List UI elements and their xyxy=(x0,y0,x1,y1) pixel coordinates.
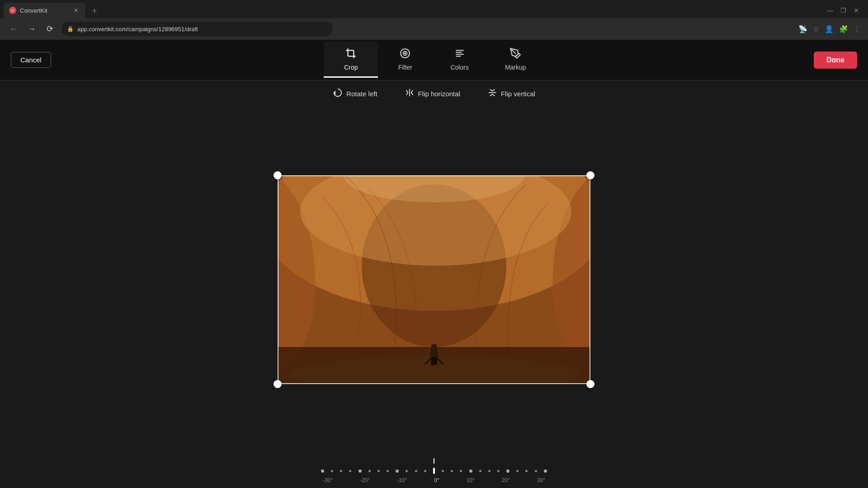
rotate-left-label: Rotate left xyxy=(346,90,377,98)
slider-dot-1 xyxy=(331,470,333,472)
slider-dot-pos10 xyxy=(469,469,472,473)
window-controls: — ❐ ✕ xyxy=(827,7,864,14)
flip-horizontal-button[interactable]: Flip horizontal xyxy=(405,88,460,100)
tab-crop[interactable]: Crop xyxy=(324,42,378,78)
label-pos10: 10° xyxy=(467,477,475,483)
label-neg10: -10° xyxy=(397,477,407,483)
slider-dot-17 xyxy=(479,470,481,472)
slider-dot-6 xyxy=(377,470,380,472)
tab-title: ConvertKit xyxy=(20,7,69,14)
tab-colors[interactable]: Colors xyxy=(432,42,486,78)
label-pos30: 30° xyxy=(537,477,545,483)
slider-dot-15 xyxy=(460,470,462,472)
slider-dot-3 xyxy=(349,470,351,472)
colors-icon xyxy=(454,47,466,61)
cancel-button[interactable]: Cancel xyxy=(11,52,51,68)
flip-vertical-button[interactable]: Flip vertical xyxy=(487,88,535,100)
bookmark-icon[interactable]: ☆ xyxy=(813,25,819,33)
address-bar[interactable]: 🔒 app.convertkit.com/campaigns/12896951/… xyxy=(61,22,333,36)
svg-point-16 xyxy=(431,346,437,352)
slider-dot-13 xyxy=(442,470,444,472)
tab-markup-label: Markup xyxy=(505,64,526,71)
slider-dot-19 xyxy=(497,470,500,472)
crop-handle-top-right[interactable] xyxy=(586,171,594,179)
main-toolbar: Cancel Crop xyxy=(0,40,868,80)
slider-dot-9 xyxy=(406,470,408,472)
crop-handle-top-left[interactable] xyxy=(274,171,282,179)
image-area: -30° -20° -10° 0° 10° 20° 30° xyxy=(0,107,868,488)
new-tab-button[interactable]: ＋ xyxy=(87,5,102,16)
extensions-icon[interactable]: 🧩 xyxy=(839,25,848,33)
image-wrapper[interactable] xyxy=(278,175,590,384)
address-bar-row: ← → ⟳ 🔒 app.convertkit.com/campaigns/128… xyxy=(0,18,868,40)
flip-vertical-icon xyxy=(487,88,497,100)
slider-dot-23 xyxy=(535,470,537,472)
tab-bar: C ConvertKit ✕ ＋ — ❐ ✕ xyxy=(0,0,868,18)
tab-filter-label: Filter xyxy=(398,64,412,71)
label-zero: 0° xyxy=(434,477,439,483)
tab-favicon: C xyxy=(9,7,16,14)
slider-dot-22 xyxy=(525,470,528,472)
svg-rect-15 xyxy=(431,352,437,365)
slider-dot-neg10 xyxy=(396,469,399,473)
slider-dot-18 xyxy=(488,470,491,472)
label-pos20: 20° xyxy=(502,477,510,483)
profile-icon[interactable]: 👤 xyxy=(825,25,834,33)
restore-button[interactable]: ❐ xyxy=(840,7,846,14)
tab-colors-label: Colors xyxy=(450,64,468,71)
crop-icon xyxy=(345,47,357,61)
browser-chrome: C ConvertKit ✕ ＋ — ❐ ✕ ← → ⟳ 🔒 app.conve… xyxy=(0,0,868,40)
slider-dot-neg20 xyxy=(359,469,362,473)
canyon-svg xyxy=(278,175,590,384)
slider-dot-5 xyxy=(368,470,371,472)
sub-toolbar: Rotate left Flip horizontal Flip verti xyxy=(0,80,868,107)
slider-dot-zero xyxy=(433,468,435,474)
lock-icon: 🔒 xyxy=(67,26,74,32)
svg-point-4 xyxy=(405,53,406,54)
slider-labels: -30° -20° -10° 0° 10° 20° 30° xyxy=(321,477,547,483)
tool-tabs: Crop Filter xyxy=(324,42,544,78)
menu-icon[interactable]: ⋮ xyxy=(854,25,861,33)
slider-dot-14 xyxy=(451,470,453,472)
slider-dots xyxy=(321,468,547,474)
label-neg20: -20° xyxy=(360,477,370,483)
cursor-position xyxy=(92,186,96,190)
slider-dot-11 xyxy=(424,470,426,472)
slider-dot-2 xyxy=(340,470,342,472)
slider-dot-neg30 xyxy=(321,469,324,473)
slider-dot-10 xyxy=(415,470,417,472)
label-neg30: -30° xyxy=(323,477,333,483)
slider-dot-pos30 xyxy=(544,469,547,473)
tab-crop-label: Crop xyxy=(344,64,358,71)
crop-handle-bottom-right[interactable] xyxy=(586,380,594,388)
rotate-left-button[interactable]: Rotate left xyxy=(333,88,377,100)
flip-horizontal-icon xyxy=(405,88,415,100)
app-content: Cancel Crop xyxy=(0,40,868,488)
forward-button[interactable]: → xyxy=(25,24,38,34)
tab-markup[interactable]: Markup xyxy=(487,42,544,78)
tab-close-button[interactable]: ✕ xyxy=(72,7,80,14)
flip-vertical-label: Flip vertical xyxy=(501,90,535,98)
browser-tab[interactable]: C ConvertKit ✕ xyxy=(4,3,85,18)
slider-track-container[interactable] xyxy=(321,466,547,475)
cast-icon: 📡 xyxy=(798,25,807,33)
markup-icon xyxy=(509,47,521,61)
svg-text:C: C xyxy=(11,9,14,12)
canyon-photo xyxy=(278,175,590,384)
tab-filter[interactable]: Filter xyxy=(378,42,432,78)
crop-handle-bottom-left[interactable] xyxy=(274,380,282,388)
back-button[interactable]: ← xyxy=(7,24,20,34)
done-button[interactable]: Done xyxy=(814,52,857,69)
slider-track xyxy=(321,470,547,471)
slider-dot-21 xyxy=(516,470,519,472)
rotation-indicator-line xyxy=(434,458,434,464)
close-window-button[interactable]: ✕ xyxy=(854,7,859,14)
filter-icon xyxy=(399,47,411,61)
url-text: app.convertkit.com/campaigns/12896951/dr… xyxy=(77,26,198,33)
minimize-button[interactable]: — xyxy=(827,7,833,14)
browser-actions: 📡 ☆ 👤 🧩 ⋮ xyxy=(798,25,861,33)
rotate-left-icon xyxy=(333,88,343,100)
slider-dot-pos20 xyxy=(506,469,509,473)
rotation-slider-area: -30° -20° -10° 0° 10° 20° 30° xyxy=(321,458,547,483)
reload-button[interactable]: ⟳ xyxy=(43,24,56,34)
